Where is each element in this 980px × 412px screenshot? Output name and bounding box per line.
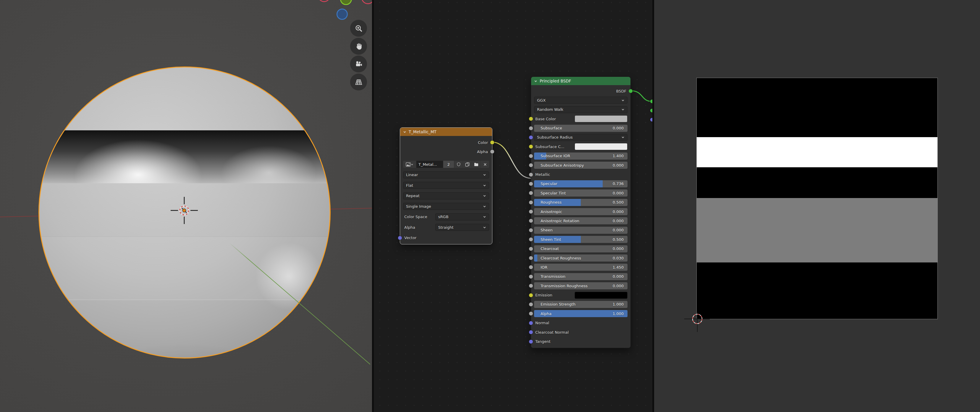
color-row: Emission bbox=[534, 292, 627, 299]
image-texture-node[interactable]: T_Metallic_MT ColorAlphaT_Metal...2Linea… bbox=[400, 127, 492, 244]
value-socket[interactable] bbox=[529, 247, 533, 251]
slider-anisotropic[interactable]: Anisotropic0.000 bbox=[534, 208, 627, 215]
slider-alpha[interactable]: Alpha1.000 bbox=[534, 310, 627, 317]
chevron-down-icon bbox=[483, 215, 486, 219]
value-socket[interactable] bbox=[529, 126, 533, 130]
select-row: Linear bbox=[403, 171, 489, 179]
fake-user-button[interactable] bbox=[454, 161, 463, 168]
vector-socket[interactable] bbox=[650, 117, 652, 122]
open-image-button[interactable] bbox=[472, 161, 480, 168]
value-socket[interactable] bbox=[529, 172, 533, 177]
gizmo-axis-x2-icon[interactable] bbox=[361, 0, 372, 4]
texture-stripe-0 bbox=[697, 78, 937, 137]
shader-socket[interactable] bbox=[650, 99, 652, 103]
texture-stripe-2 bbox=[697, 167, 937, 198]
select-random-walk[interactable]: Random Walk bbox=[534, 106, 627, 113]
chevron-down-icon bbox=[621, 99, 625, 102]
value-socket[interactable] bbox=[529, 200, 533, 204]
label: 0.000 bbox=[613, 228, 627, 232]
shader-socket[interactable] bbox=[628, 89, 633, 93]
label: T_Metal... bbox=[418, 162, 437, 167]
color-swatch-emission[interactable] bbox=[574, 292, 627, 299]
slider-specular[interactable]: Specular0.736 bbox=[534, 180, 627, 187]
value-socket[interactable] bbox=[529, 181, 533, 186]
principled-bsdf-node[interactable]: Principled BSDF BSDFGGXRandom WalkBase C… bbox=[531, 76, 631, 348]
value-socket[interactable] bbox=[529, 274, 533, 279]
select-straight[interactable]: Straight bbox=[435, 224, 489, 231]
select-srgb[interactable]: sRGB bbox=[435, 213, 489, 220]
slider-roughness[interactable]: Roughness0.500 bbox=[534, 199, 627, 206]
chevron-down-icon bbox=[483, 205, 486, 208]
slider-transmission[interactable]: Transmission0.000 bbox=[534, 273, 627, 280]
pan-tool-button[interactable] bbox=[350, 38, 367, 55]
value-socket[interactable] bbox=[529, 237, 533, 242]
slider-ior[interactable]: IOR1.450 bbox=[534, 264, 627, 271]
slider-clearcoat[interactable]: Clearcoat0.000 bbox=[534, 245, 627, 252]
slider-sheen-tint[interactable]: Sheen Tint0.500 bbox=[534, 236, 627, 243]
slider-clearcoat-roughness[interactable]: Clearcoat Roughness0.030 bbox=[534, 255, 627, 261]
slider-transmission-roughness[interactable]: Transmission Roughness0.000 bbox=[534, 282, 627, 289]
shader-socket[interactable] bbox=[650, 108, 652, 113]
color-socket[interactable] bbox=[490, 140, 495, 145]
shader-node-editor[interactable]: T_Metallic_MT ColorAlphaT_Metal...2Linea… bbox=[374, 0, 652, 412]
gizmo-axis-x-icon[interactable] bbox=[318, 0, 330, 2]
slider-row: Subsurface IOR1.400 bbox=[534, 152, 627, 160]
vector-socket[interactable] bbox=[529, 321, 533, 325]
select-subsurface-radius[interactable]: Subsurface Radius bbox=[534, 134, 627, 141]
color-swatch-subsurface-c-[interactable] bbox=[574, 143, 627, 150]
image-users-count-button[interactable]: 2 bbox=[443, 161, 454, 168]
color-swatch-base-color[interactable] bbox=[574, 115, 627, 122]
collapse-chevron-icon[interactable] bbox=[534, 79, 537, 83]
value-socket[interactable] bbox=[529, 265, 533, 269]
value-socket[interactable] bbox=[529, 228, 533, 232]
select-ggx[interactable]: GGX bbox=[534, 97, 627, 104]
color-socket[interactable] bbox=[529, 117, 533, 121]
slider-specular-tint[interactable]: Specular Tint0.000 bbox=[534, 189, 627, 196]
chevron-down-icon bbox=[483, 226, 486, 229]
zoom-tool-button[interactable] bbox=[350, 20, 367, 36]
value-socket[interactable] bbox=[529, 154, 533, 158]
vector-socket[interactable] bbox=[398, 236, 402, 240]
value-socket[interactable] bbox=[529, 191, 533, 195]
image-browse-button[interactable] bbox=[403, 161, 416, 168]
image-editor[interactable] bbox=[654, 0, 980, 412]
new-image-button[interactable] bbox=[463, 161, 472, 168]
select-linear[interactable]: Linear bbox=[403, 171, 489, 179]
collapse-chevron-icon[interactable] bbox=[403, 130, 406, 133]
slider-anisotropic-rotation[interactable]: Anisotropic Rotation0.000 bbox=[534, 217, 627, 224]
orthographic-toggle-button[interactable] bbox=[350, 74, 367, 90]
value-socket[interactable] bbox=[529, 312, 533, 316]
color-socket[interactable] bbox=[529, 293, 533, 297]
value-socket[interactable] bbox=[529, 209, 533, 214]
slider-subsurface-ior[interactable]: Subsurface IOR1.400 bbox=[534, 152, 627, 160]
prop-row: AlphaStraight bbox=[403, 224, 489, 231]
select-flat[interactable]: Flat bbox=[403, 182, 489, 189]
value-socket[interactable] bbox=[529, 163, 533, 168]
value-socket[interactable] bbox=[529, 219, 533, 223]
camera-view-button[interactable] bbox=[350, 55, 367, 73]
vector-socket[interactable] bbox=[529, 339, 533, 344]
texture-node-header[interactable]: T_Metallic_MT bbox=[400, 128, 492, 136]
image-name-field[interactable]: T_Metal... bbox=[416, 161, 443, 168]
image-canvas[interactable] bbox=[697, 78, 937, 319]
3d-viewport[interactable] bbox=[0, 0, 372, 412]
select-repeat[interactable]: Repeat bbox=[403, 192, 489, 200]
slider-sheen[interactable]: Sheen0.000 bbox=[534, 227, 627, 234]
value-socket[interactable] bbox=[490, 149, 495, 154]
value-socket[interactable] bbox=[529, 302, 533, 306]
bsdf-node-header[interactable]: Principled BSDF bbox=[531, 77, 630, 85]
value-socket[interactable] bbox=[529, 256, 533, 260]
select-single-image[interactable]: Single Image bbox=[403, 203, 489, 210]
slider-subsurface[interactable]: Subsurface0.000 bbox=[534, 125, 627, 132]
slider-emission-strength[interactable]: Emission Strength1.000 bbox=[534, 301, 627, 308]
vector-socket[interactable] bbox=[529, 135, 533, 139]
gizmo-axis-z-icon[interactable] bbox=[337, 9, 348, 20]
select-row: Subsurface Radius bbox=[534, 134, 627, 141]
slider-subsurface-anisotropy[interactable]: Subsurface Anisotropy0.000 bbox=[534, 162, 627, 169]
unlink-image-button[interactable] bbox=[481, 161, 489, 168]
gizmo-axis-y-icon[interactable] bbox=[340, 0, 352, 5]
vector-socket[interactable] bbox=[529, 330, 533, 334]
value-socket[interactable] bbox=[529, 284, 533, 288]
label: Subsurface bbox=[534, 126, 562, 130]
color-socket[interactable] bbox=[529, 144, 533, 149]
